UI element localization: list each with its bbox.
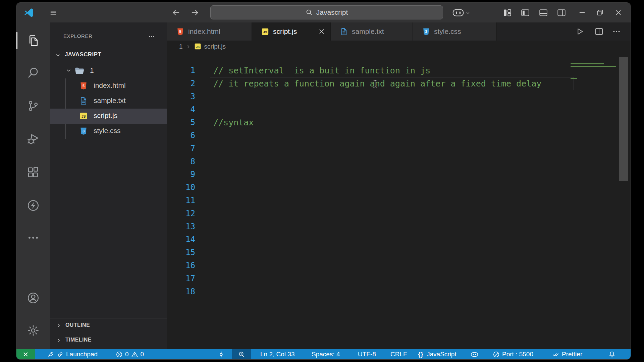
status-zoom[interactable] bbox=[232, 349, 251, 359]
status-problems[interactable]: 00 bbox=[116, 349, 144, 359]
code-line-14[interactable]: 14 bbox=[167, 233, 631, 246]
customize-layout-icon[interactable] bbox=[503, 9, 512, 16]
command-center-search[interactable]: Javascript bbox=[210, 5, 443, 19]
code-line-15[interactable]: 15 bbox=[167, 246, 631, 259]
split-editor-icon[interactable] bbox=[595, 27, 603, 36]
code-line-9[interactable]: 9 bbox=[167, 168, 631, 181]
line-number[interactable]: 7 bbox=[167, 142, 195, 155]
line-number[interactable]: 16 bbox=[167, 259, 195, 272]
tab-label: sample.txt bbox=[352, 27, 384, 36]
code-line-18[interactable]: 18 bbox=[167, 285, 631, 298]
more-actions-icon[interactable] bbox=[147, 33, 156, 40]
tab-script.js[interactable]: JSscript.js bbox=[252, 22, 331, 41]
line-number[interactable]: 4 bbox=[167, 103, 195, 116]
more-actions-icon[interactable] bbox=[612, 27, 621, 36]
line-number[interactable]: 5 bbox=[167, 116, 195, 129]
tab-style.css[interactable]: 3style.css bbox=[413, 22, 497, 41]
activity-thunder-client[interactable] bbox=[25, 197, 41, 214]
activity-search[interactable] bbox=[25, 65, 41, 81]
breadcrumb-file[interactable]: script.js bbox=[204, 43, 226, 50]
line-number[interactable]: 11 bbox=[167, 194, 195, 207]
outline-label: OUTLINE bbox=[65, 322, 90, 328]
line-number[interactable]: 18 bbox=[167, 285, 195, 298]
status-prettier[interactable]: Prettier bbox=[552, 349, 582, 359]
line-number[interactable]: 15 bbox=[167, 246, 195, 259]
vertical-scrollbar[interactable] bbox=[619, 57, 628, 181]
code-line-3[interactable]: 3 bbox=[167, 90, 631, 103]
copilot-icon bbox=[471, 351, 478, 358]
code-line-11[interactable]: 11 bbox=[167, 194, 631, 207]
line-number[interactable]: 12 bbox=[167, 207, 195, 220]
run-icon[interactable] bbox=[575, 27, 584, 36]
line-number[interactable]: 6 bbox=[167, 129, 195, 142]
close-icon[interactable] bbox=[614, 9, 622, 16]
tab-index.html[interactable]: 5index.html bbox=[167, 22, 252, 41]
more-icon bbox=[27, 231, 40, 244]
tab-close-icon[interactable] bbox=[318, 28, 325, 35]
status-port[interactable]: Port : 5500 bbox=[493, 349, 533, 359]
minimize-icon[interactable] bbox=[578, 9, 586, 16]
line-number[interactable]: 2 bbox=[167, 77, 195, 90]
status-copilot[interactable] bbox=[471, 349, 478, 359]
code-line-2[interactable]: 2// it repeats a function again and agai… bbox=[167, 77, 631, 90]
code-line-8[interactable]: 8 bbox=[167, 155, 631, 168]
status-screencast[interactable] bbox=[218, 349, 225, 359]
status-eol[interactable]: CRLF bbox=[390, 349, 407, 359]
code-line-4[interactable]: 4 bbox=[167, 103, 631, 116]
activity-settings[interactable] bbox=[25, 322, 41, 339]
file-item-style.css[interactable]: 3style.css bbox=[50, 124, 167, 139]
code-line-17[interactable]: 17 bbox=[167, 272, 631, 285]
line-number[interactable]: 9 bbox=[167, 168, 195, 181]
code-line-12[interactable]: 12 bbox=[167, 207, 631, 220]
activity-explorer[interactable] bbox=[25, 33, 41, 49]
code-line-5[interactable]: 5//syntax bbox=[167, 116, 631, 129]
line-number[interactable]: 14 bbox=[167, 233, 195, 246]
code-editor[interactable]: 1// setInterval is a buit in function in… bbox=[167, 52, 631, 349]
code-line-13[interactable]: 13 bbox=[167, 220, 631, 233]
status-encoding[interactable]: UTF-8 bbox=[358, 349, 376, 359]
menu-icon[interactable] bbox=[49, 9, 58, 16]
activity-source-control[interactable] bbox=[25, 98, 41, 114]
line-number[interactable]: 13 bbox=[167, 220, 195, 233]
line-number[interactable]: 17 bbox=[167, 272, 195, 285]
code-line-16[interactable]: 16 bbox=[167, 259, 631, 272]
file-item-script.js[interactable]: JSscript.js bbox=[50, 109, 167, 124]
back-icon[interactable] bbox=[172, 8, 180, 17]
activity-more[interactable] bbox=[25, 230, 41, 246]
activity-run-debug[interactable] bbox=[25, 131, 41, 147]
source-control-icon bbox=[27, 100, 40, 112]
status-cursor-position[interactable]: Ln 2, Col 33 bbox=[260, 349, 294, 359]
activity-account[interactable] bbox=[25, 290, 41, 306]
code-line-6[interactable]: 6 bbox=[167, 129, 631, 142]
status-notifications[interactable] bbox=[608, 349, 615, 359]
status-launchpad[interactable]: Launchpad bbox=[47, 349, 98, 359]
breadcrumb[interactable]: 1 JS script.js bbox=[167, 41, 631, 52]
file-item-index.html[interactable]: 5index.html bbox=[50, 78, 167, 94]
line-number[interactable]: 8 bbox=[167, 155, 195, 168]
chevron-right-icon bbox=[186, 44, 191, 49]
code-line-1[interactable]: 1// setInterval is a buit in function in… bbox=[167, 64, 631, 77]
toggle-secondary-sidebar-icon[interactable] bbox=[557, 9, 566, 16]
line-number[interactable]: 10 bbox=[167, 181, 195, 194]
code-line-7[interactable]: 7 bbox=[167, 142, 631, 155]
restore-icon[interactable] bbox=[596, 9, 604, 16]
workspace-root[interactable]: JAVASCRIPT bbox=[50, 49, 167, 63]
toggle-panel-icon[interactable] bbox=[539, 9, 547, 16]
forward-icon[interactable] bbox=[191, 8, 199, 17]
code-line-10[interactable]: 10 bbox=[167, 181, 631, 194]
file-item-sample.txt[interactable]: sample.txt bbox=[50, 94, 167, 109]
status-indentation[interactable]: Spaces: 4 bbox=[312, 349, 340, 359]
line-number[interactable]: 1 bbox=[167, 64, 195, 77]
line-number[interactable]: 3 bbox=[167, 90, 195, 103]
chevron-down-icon[interactable] bbox=[465, 10, 471, 16]
toggle-sidebar-icon[interactable] bbox=[521, 9, 529, 16]
tab-sample.txt[interactable]: sample.txt bbox=[331, 22, 413, 41]
breadcrumb-folder[interactable]: 1 bbox=[179, 43, 183, 50]
copilot-icon[interactable] bbox=[452, 9, 464, 17]
status-language[interactable]: {}JavaScript bbox=[417, 349, 457, 359]
activity-extensions[interactable] bbox=[25, 164, 41, 180]
folder-item[interactable]: 1 bbox=[50, 63, 167, 78]
status-remote[interactable] bbox=[16, 349, 35, 359]
outline-section[interactable]: OUTLINE bbox=[50, 318, 167, 333]
timeline-section[interactable]: TIMELINE bbox=[50, 333, 167, 348]
